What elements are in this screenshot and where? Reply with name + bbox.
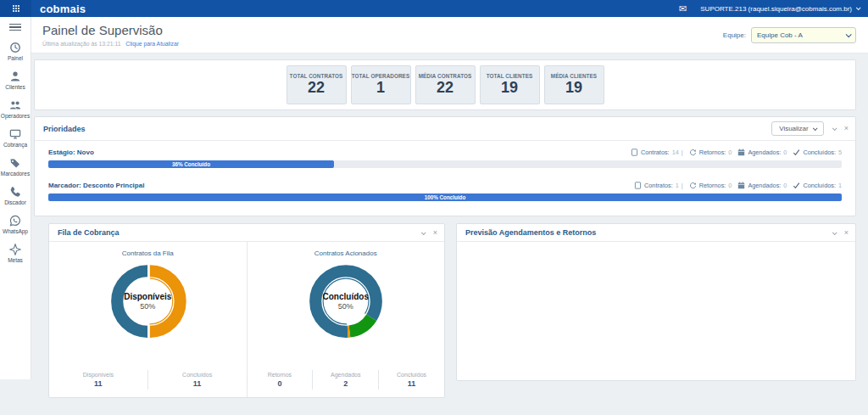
mail-icon[interactable]: ✉ <box>679 4 687 14</box>
collapse-icon[interactable] <box>832 229 836 237</box>
close-icon[interactable]: × <box>844 125 849 132</box>
stat-value: 19 <box>565 80 582 97</box>
target-icon <box>9 244 21 255</box>
calendar-icon <box>737 182 745 189</box>
brand-logo: cobmais <box>40 3 86 15</box>
previsao-body <box>457 242 855 380</box>
progress-label: 100% Concluído <box>425 194 466 200</box>
footer-value: 11 <box>379 379 444 388</box>
content: TOTAL CONTRATOS 22 TOTAL OPERADORES 1 MÉ… <box>31 53 868 415</box>
fila-footer-right: Retornos 0 Agendados 2 Concluídos 11 <box>248 367 445 397</box>
sidebar-item-operadores[interactable]: Operadores <box>0 95 31 124</box>
close-icon[interactable]: × <box>433 229 437 237</box>
sidebar-item-discador[interactable]: Discador <box>0 182 31 210</box>
last-update-text: Última atualização às 13:21:11 <box>42 41 120 47</box>
footer-stat: Retornos 0 <box>247 370 313 390</box>
counter-value: 0 <box>728 182 732 189</box>
footer-value: 11 <box>148 379 247 388</box>
counter-value: 1 <box>838 182 842 189</box>
previsao-header: Previsão Agendamentos e Retornos × <box>457 224 855 242</box>
separator: | <box>682 182 683 189</box>
counter-label: Contratos: <box>644 182 673 189</box>
stat-label: MÉDIA CONTRATOS <box>419 73 472 79</box>
stat-media-contratos: MÉDIA CONTRATOS 22 <box>415 65 476 104</box>
footer-label: Disponíveis <box>49 372 147 378</box>
refresh-icon <box>689 149 697 156</box>
stat-total-contratos: TOTAL CONTRATOS 22 <box>287 65 347 104</box>
concluidos-counter: Concluídos: 5 <box>793 149 842 156</box>
progress-fill: 100% Concluído <box>48 193 842 201</box>
user-menu[interactable]: SUPORTE.213 (raquel.siqueira@cobmais.com… <box>700 5 860 13</box>
footer-value: 2 <box>313 379 378 388</box>
fila-footer-left: Disponíveis 11 Concluídos 11 <box>49 367 247 397</box>
contratos-fila-column: Contratos da Fila Disponíveis 50% Dispon… <box>49 242 248 397</box>
topbar: cobmais ✉ SUPORTE.213 (raquel.siqueira@c… <box>0 0 868 17</box>
retornos-counter: Retornos: 0 <box>689 182 732 189</box>
panel-title: Fila de Cobrança <box>58 228 120 237</box>
stat-label: TOTAL CLIENTES <box>487 73 533 79</box>
donut-chart-contratos-acionados[interactable]: Concluídos 50% <box>304 260 387 343</box>
sidebar-item-label: Discador <box>4 199 26 205</box>
stat-value: 22 <box>437 80 453 97</box>
team-select[interactable]: Equipe Cob - A <box>751 27 856 43</box>
sidebar-item-painel[interactable]: Painel <box>0 37 31 66</box>
menu-toggle-button[interactable] <box>0 17 31 37</box>
sidebar-item-label: Clientes <box>5 84 25 90</box>
group-icon <box>9 99 21 111</box>
main-area: Painel de Supervisão Última atualização … <box>31 17 868 415</box>
counter-label: Contratos: <box>641 149 670 156</box>
refresh-link[interactable]: Clique para Atualizar <box>125 41 179 47</box>
agendados-counter: Agendados: 0 <box>737 149 787 156</box>
sidebar-item-label: Cobrança <box>3 142 27 148</box>
team-select-value: Equipe Cob - A <box>757 31 803 39</box>
donut-chart-contratos-fila[interactable]: Disponíveis 50% <box>106 260 189 343</box>
counter-label: Retornos: <box>699 149 726 156</box>
document-icon <box>631 149 638 156</box>
collapse-icon[interactable] <box>421 229 425 237</box>
concluidos-counter: Concluídos: 1 <box>793 182 842 189</box>
sidebar-item-label: Painel <box>8 55 23 61</box>
sidebar-item-label: WhatsApp <box>3 228 28 234</box>
collapse-icon[interactable] <box>832 125 836 132</box>
person-icon <box>9 70 21 82</box>
priority-counters: Contratos: 1 | Retornos: 0 <box>634 182 842 189</box>
check-icon <box>793 149 800 156</box>
counter-value: 0 <box>783 182 787 189</box>
progress-fill: 36% Concluído <box>48 160 334 168</box>
counter-label: Agendados: <box>748 149 781 156</box>
refresh-icon <box>689 182 697 189</box>
separator: | <box>682 149 683 156</box>
progress-bar: 100% Concluído <box>48 193 842 201</box>
page-header: Painel de Supervisão Última atualização … <box>31 17 868 53</box>
prioridades-header: Prioridades Visualizar × <box>35 117 855 141</box>
chevron-down-icon <box>846 31 852 37</box>
counter-label: Agendados: <box>748 182 781 189</box>
close-icon[interactable]: × <box>844 229 849 237</box>
grid-icon <box>13 5 19 12</box>
counter-value: 5 <box>838 149 842 156</box>
app-grid-button[interactable] <box>0 0 31 17</box>
sidebar-item-marcadores[interactable]: Marcadores <box>0 153 31 182</box>
agendados-counter: Agendados: 0 <box>737 182 787 189</box>
sidebar-item-clientes[interactable]: Clientes <box>0 66 31 95</box>
last-update-line: Última atualização às 13:21:11 Clique pa… <box>42 41 179 47</box>
counter-label: Retornos: <box>699 182 726 189</box>
sidebar-item-cobranca[interactable]: Cobrança <box>0 124 31 153</box>
previsao-panel: Previsão Agendamentos e Retornos × <box>456 223 856 381</box>
check-icon <box>793 182 800 189</box>
sidebar-item-whatsapp[interactable]: WhatsApp <box>0 210 31 239</box>
visualizar-label: Visualizar <box>779 125 809 132</box>
chart-title: Contratos da Fila <box>49 242 247 257</box>
dashboard-clock-icon <box>9 42 21 53</box>
sidebar-item-label: Metas <box>8 257 23 263</box>
priority-row: Estágio: Novo Contratos: 14 | <box>48 149 842 168</box>
contratos-acionados-column: Contratos Acionados Concluídos 50% Retor… <box>248 242 445 397</box>
sidebar-item-label: Marcadores <box>1 171 30 177</box>
sidebar-item-metas[interactable]: Metas <box>0 239 31 268</box>
visualizar-button[interactable]: Visualizar <box>771 121 824 136</box>
stat-label: MÉDIA CLIENTES <box>551 73 597 79</box>
contratos-counter: Contratos: 14 | <box>631 149 683 156</box>
page-title: Painel de Supervisão <box>42 23 179 37</box>
team-selector: Equipe: Equipe Cob - A <box>723 27 856 43</box>
priority-label: Estágio: Novo <box>48 149 94 156</box>
